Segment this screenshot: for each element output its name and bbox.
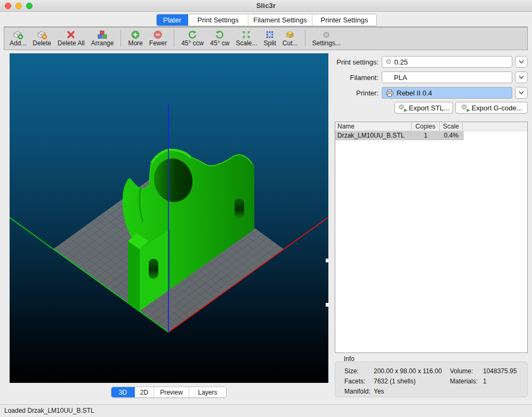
tab-printer-settings-label: Printer Settings (321, 16, 368, 24)
materials-label: Materials: (450, 378, 478, 385)
filament-label: Filament: (333, 74, 378, 82)
toolbar-separator (174, 30, 174, 47)
delete-button-label: Delete (33, 40, 51, 47)
3d-viewport[interactable] (10, 53, 328, 383)
column-header-filler (463, 122, 527, 131)
chevron-down-icon (518, 60, 525, 64)
facets-label: Facets: (344, 378, 365, 385)
settings-button-label: Settings... (312, 40, 341, 47)
cell-copies: 1 (412, 131, 440, 140)
tab-print-settings[interactable]: Print Settings (188, 14, 248, 26)
model-slot-hole-left (149, 259, 158, 279)
delete-all-button[interactable]: Delete All (54, 29, 88, 47)
fewer-button[interactable]: Fewer (146, 29, 170, 47)
printer-icon (385, 89, 394, 97)
export-stl-button[interactable]: ⚙▶ Export STL... (394, 102, 453, 114)
delete-all-icon (66, 30, 76, 40)
column-header-name[interactable]: Name (335, 122, 412, 131)
tab-filament-settings[interactable]: Filament Settings (248, 14, 312, 26)
gear-icon: ⚙ (385, 58, 392, 66)
arrange-button[interactable]: Arrange (88, 29, 117, 47)
info-box: Size: 200.00 x 98.00 x 116.00 Volume: 10… (335, 362, 528, 397)
volume-label: Volume: (450, 367, 473, 375)
printer-label: Printer: (333, 89, 378, 97)
arrange-cubes-icon (97, 30, 108, 40)
printer-value: Rebel II 0.4 (397, 89, 432, 97)
manifold-value: Yes (374, 388, 384, 395)
more-plus-icon (131, 30, 140, 40)
filament-dropdown-button[interactable] (515, 71, 528, 83)
toolbar-separator (305, 30, 305, 47)
tab-filament-settings-label: Filament Settings (253, 16, 307, 24)
tab-print-settings-label: Print Settings (197, 16, 238, 24)
export-gear-icon: ⚙▶ (461, 104, 469, 112)
print-settings-combo[interactable]: ⚙ 0.25 (382, 56, 512, 68)
print-settings-label: Print settings: (333, 58, 378, 66)
tab-preview-label: Preview (160, 389, 183, 396)
scale-arrows-icon (241, 30, 251, 40)
status-text: Loaded Drzak_LM10UU_B.STL (4, 407, 94, 414)
viewport-edge-mark (326, 259, 328, 262)
print-settings-dropdown-button[interactable] (515, 56, 528, 68)
toolbar: Add... Delete Delete All (4, 27, 528, 50)
add-package-icon (12, 30, 23, 40)
main-tab-bar: Plater Print Settings Filament Settings … (156, 14, 377, 26)
tab-layers[interactable]: Layers (189, 387, 226, 397)
arrange-button-label: Arrange (91, 40, 114, 47)
split-icon (265, 30, 275, 40)
status-bar: Loaded Drzak_LM10UU_B.STL (0, 404, 532, 417)
rotate-cw-button[interactable]: 45° cw (207, 29, 232, 47)
tab-layers-label: Layers (198, 389, 217, 396)
tab-3d-label: 3D (119, 389, 127, 396)
toolbar-separator (120, 30, 121, 47)
split-button[interactable]: Split (260, 29, 279, 47)
settings-gear-icon: ⚙ (323, 30, 330, 40)
cut-box-icon (285, 30, 295, 40)
object-table: Name Copies Scale Drzak_LM10UU_B.STL 1 0… (335, 122, 528, 353)
filament-value: PLA (394, 74, 407, 82)
fewer-minus-icon (153, 30, 163, 40)
column-header-copies[interactable]: Copies (412, 122, 440, 131)
export-gear-icon: ⚙▶ (398, 104, 406, 112)
view-mode-tab-bar: 3D 2D Preview Layers (111, 387, 227, 398)
column-header-scale[interactable]: Scale (440, 122, 463, 131)
printer-combo[interactable]: Rebel II 0.4 (382, 87, 512, 99)
export-gcode-button[interactable]: ⚙▶ Export G-code... (455, 102, 528, 114)
printer-dropdown-button[interactable] (515, 87, 528, 99)
rotate-cw-icon (215, 30, 224, 40)
tab-3d[interactable]: 3D (111, 387, 135, 397)
scale-button-label: Scale... (236, 40, 257, 47)
cut-button[interactable]: Cut... (279, 29, 301, 47)
print-settings-value: 0.25 (394, 58, 408, 66)
title-bar: Slic3r (0, 0, 532, 12)
split-button-label: Split (263, 40, 276, 47)
manifold-label: Manifold: (344, 388, 370, 395)
add-button-label: Add... (10, 40, 26, 47)
more-button[interactable]: More (125, 29, 146, 47)
tab-2d-label: 2D (140, 389, 148, 396)
add-button[interactable]: Add... (6, 29, 29, 47)
facets-value: 7632 (1 shells) (374, 378, 416, 385)
filament-combo[interactable]: PLA (382, 71, 512, 83)
rotate-ccw-icon (188, 30, 197, 40)
tab-plater[interactable]: Plater (157, 14, 188, 26)
delete-package-icon (36, 30, 47, 40)
cell-scale: 0.4% (440, 131, 463, 140)
fewer-button-label: Fewer (149, 40, 167, 47)
settings-button[interactable]: ⚙ Settings... (309, 29, 344, 47)
cut-button-label: Cut... (283, 40, 298, 47)
tab-printer-settings[interactable]: Printer Settings (312, 14, 376, 26)
materials-value: 1 (483, 378, 487, 385)
size-value: 200.00 x 98.00 x 116.00 (374, 367, 442, 375)
settings-panel: Print settings: ⚙ 0.25 Filament: PLA Pri… (333, 53, 528, 405)
scale-button[interactable]: Scale... (232, 29, 260, 47)
table-row[interactable]: Drzak_LM10UU_B.STL 1 0.4% (335, 131, 464, 140)
tab-2d[interactable]: 2D (135, 387, 154, 397)
size-label: Size: (344, 367, 359, 375)
model-endcap-face (128, 241, 140, 311)
model-slot-hole-right (235, 198, 244, 219)
rotate-ccw-button[interactable]: 45° ccw (178, 29, 207, 47)
delete-button[interactable]: Delete (29, 29, 54, 47)
tab-preview[interactable]: Preview (154, 387, 189, 397)
object-table-header: Name Copies Scale (335, 122, 527, 131)
